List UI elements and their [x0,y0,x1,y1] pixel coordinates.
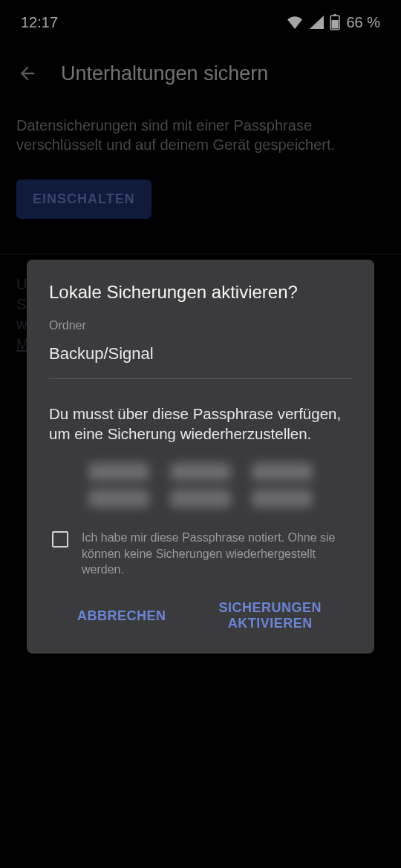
passphrase-block [88,490,149,507]
passphrase-display [79,463,322,507]
enable-backups-dialog: Lokale Sicherungen aktivieren? Ordner Ba… [27,260,374,654]
dialog-actions: ABBRECHEN SICHERUNGEN AKTIVIEREN [49,594,352,637]
confirm-checkbox-row[interactable]: Ich habe mir diese Passphrase notiert. O… [49,530,352,578]
passphrase-instruction: Du musst über diese Passphrase verfügen,… [49,404,352,444]
folder-value: Backup/Signal [49,344,352,364]
passphrase-row-2 [79,490,322,507]
folder-row[interactable]: Backup/Signal [49,344,352,379]
confirm-checkbox-label: Ich habe mir diese Passphrase notiert. O… [82,530,349,578]
passphrase-block [252,463,313,481]
passphrase-block [252,490,313,507]
passphrase-row-1 [79,463,322,481]
confirm-checkbox[interactable] [52,531,68,548]
cancel-button[interactable]: ABBRECHEN [77,594,166,637]
activate-backups-button[interactable]: SICHERUNGEN AKTIVIEREN [189,594,352,637]
passphrase-block [88,463,149,481]
dialog-title: Lokale Sicherungen aktivieren? [49,282,352,303]
passphrase-block [170,490,231,507]
passphrase-block [170,463,231,481]
folder-label: Ordner [49,319,352,332]
